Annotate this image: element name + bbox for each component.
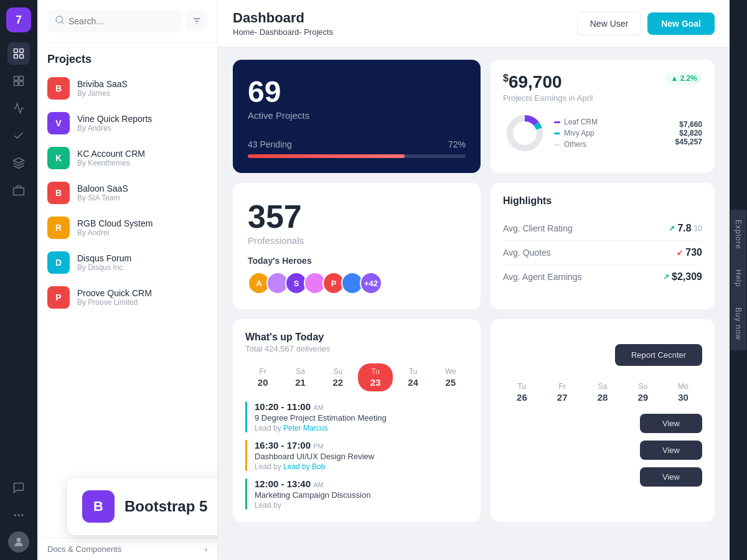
event-lead-link[interactable]: Peter Marcus: [283, 424, 327, 432]
svg-point-13: [17, 538, 21, 542]
projects-title: Projects: [37, 43, 217, 71]
sidebar-icon-apps[interactable]: [7, 504, 30, 526]
project-item[interactable]: K KC Account CRM By Keenthemes: [37, 141, 217, 175]
card-active-projects: 69 Active Projects 43 Pending 72%: [233, 60, 481, 173]
help-tab[interactable]: Help: [730, 259, 746, 297]
report-btn-area: Report Cecnter: [503, 332, 702, 366]
docs-row[interactable]: Docs & Components ›: [37, 538, 217, 560]
hero-avatar: +42: [360, 272, 382, 294]
highlight-row: Avg. Client Rating ↗ 7.8 10: [503, 217, 702, 241]
report-center-button[interactable]: Report Cecnter: [615, 344, 702, 366]
project-info: Disqus Forum By Disqus Inc.: [77, 253, 131, 272]
event-lead-link[interactable]: Lead by Bob: [283, 462, 325, 471]
sidebar-icon-dashboard[interactable]: [7, 42, 30, 65]
search-input[interactable]: [68, 16, 174, 26]
user-avatar[interactable]: [8, 531, 29, 553]
svg-rect-5: [19, 77, 24, 81]
event-bar: [245, 401, 247, 432]
event-item: 16:30 - 17:00 PM Dashboard UI/UX Design …: [245, 440, 468, 471]
highlight-row: Avg. Quotes ↙ 730: [503, 241, 702, 265]
sidebar-icon-message[interactable]: [7, 477, 30, 499]
project-name: KC Account CRM: [77, 149, 145, 159]
day-name: Sa: [586, 382, 619, 391]
event-list: 10:20 - 11:00 AM 9 Degree Project Estima…: [245, 401, 468, 510]
pending-count: 43 Pending: [248, 139, 292, 149]
buynow-tab[interactable]: Buy now: [730, 297, 746, 350]
highlight-value: ↙ 730: [677, 247, 702, 258]
search-box[interactable]: [47, 10, 181, 32]
calendar-day[interactable]: Tu24: [395, 363, 430, 391]
new-goal-button[interactable]: New Goal: [647, 12, 715, 35]
sidebar-icon-chart[interactable]: [7, 97, 30, 119]
filter-button[interactable]: [186, 11, 207, 32]
card-highlights: Highlights Avg. Client Rating ↗ 7.8 10 A…: [491, 183, 715, 309]
header-left: Dashboard Home- Dashboard- Projects: [233, 10, 333, 37]
new-user-button[interactable]: New User: [577, 12, 641, 35]
trend-down-icon: ↙: [677, 248, 683, 257]
legend-value: $2,820: [675, 129, 702, 138]
calendar-day[interactable]: Tu23: [358, 363, 393, 391]
row-middle: 357 Professionals Today's Heroes ASP+42 …: [233, 183, 715, 309]
project-item[interactable]: P Proove Quick CRM By Proove Limited: [37, 280, 217, 315]
highlights-title: Highlights: [503, 195, 702, 207]
top-header: Dashboard Home- Dashboard- Projects New …: [218, 0, 730, 47]
legend-item: Mivy App: [554, 129, 668, 138]
progress-bar-fill: [248, 154, 405, 158]
ext-calendar-day[interactable]: Mo30: [664, 378, 702, 406]
calendar-day[interactable]: Fr20: [245, 363, 280, 391]
project-info: Proove Quick CRM By Proove Limited: [77, 288, 152, 307]
event-item: 10:20 - 11:00 AM 9 Degree Project Estima…: [245, 401, 468, 432]
card-earnings: $69,700 Projects Earnings in April ▲ 2.2…: [491, 60, 715, 173]
project-item[interactable]: D Disqus Forum By Disqus Inc.: [37, 245, 217, 280]
day-num: 22: [323, 377, 353, 388]
event-ampm: AM: [313, 481, 324, 488]
sidebar-icon-briefcase[interactable]: [7, 179, 30, 202]
breadcrumb: Home- Dashboard- Projects: [233, 27, 333, 37]
sidebar-icon-check[interactable]: [7, 124, 30, 147]
day-name: Su: [323, 367, 353, 376]
sidebar-icon-grid[interactable]: [7, 70, 30, 92]
ext-calendar-day[interactable]: Fr27: [543, 378, 581, 406]
project-author: By Keenthemes: [77, 159, 145, 167]
card-professionals: 357 Professionals Today's Heroes ASP+42: [233, 183, 481, 309]
day-num: 26: [505, 392, 538, 403]
project-info: RGB Cloud System By Andrei: [77, 218, 153, 237]
legend-items: Leaf CRMMivy AppOthers: [554, 118, 668, 149]
svg-marker-8: [14, 158, 24, 163]
legend-color: [554, 144, 560, 146]
view-button-1[interactable]: View: [640, 414, 702, 433]
day-name: Tu: [505, 382, 538, 391]
project-info: KC Account CRM By Keenthemes: [77, 149, 145, 167]
extended-calendar: Tu26Fr27Sa28Su29Mo30: [503, 378, 702, 406]
user-number-badge[interactable]: 7: [6, 7, 31, 32]
project-item[interactable]: R RGB Cloud System By Andrei: [37, 210, 217, 245]
event-bar: [245, 440, 247, 471]
calendar-day[interactable]: Sa21: [283, 363, 317, 391]
view-button-2[interactable]: View: [640, 441, 702, 460]
project-item[interactable]: B Baloon SaaS By SIA Team: [37, 175, 217, 210]
project-info: Briviba SaaS By James: [77, 79, 128, 98]
day-num: 30: [667, 392, 700, 403]
ext-calendar-day[interactable]: Su29: [624, 378, 662, 406]
calendar-day[interactable]: Su22: [321, 363, 355, 391]
project-icon: V: [47, 112, 70, 134]
project-item[interactable]: V Vine Quick Reports By Andres: [37, 106, 217, 141]
ext-calendar-day[interactable]: Tu26: [503, 378, 541, 406]
projects-search-header: [37, 0, 217, 43]
sidebar-icon-layers[interactable]: [7, 152, 30, 174]
calendar-day[interactable]: We25: [433, 363, 468, 391]
project-item[interactable]: B Briviba SaaS By James: [37, 71, 217, 106]
pending-pct: 72%: [448, 139, 466, 149]
ext-calendar-day[interactable]: Sa28: [584, 378, 622, 406]
project-name: Baloon SaaS: [77, 184, 128, 194]
event-desc: 9 Degree Project Estimation Meeting: [255, 413, 387, 422]
event-lead: Lead by Lead by Bob: [255, 462, 374, 471]
view-button-3[interactable]: View: [640, 467, 702, 487]
event-time: 16:30 - 17:00 PM: [255, 440, 374, 450]
svg-rect-4: [14, 77, 19, 81]
project-author: By Andres: [77, 124, 152, 133]
explore-tab[interactable]: Explore: [730, 210, 746, 259]
bootstrap-card[interactable]: B Bootstrap 5: [67, 478, 218, 535]
main-content: Dashboard Home- Dashboard- Projects New …: [218, 0, 730, 560]
svg-rect-0: [14, 49, 18, 53]
